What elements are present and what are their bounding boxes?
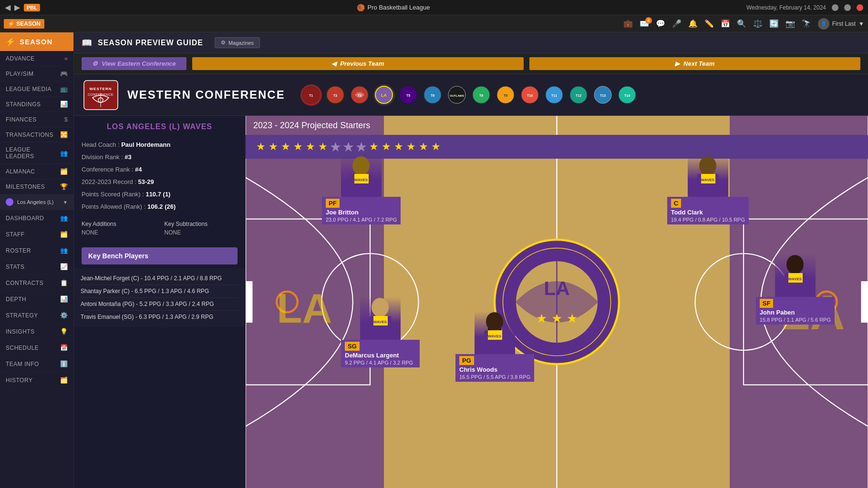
pg-position: PG [459,356,474,365]
refresh-icon[interactable]: 🔄 [769,19,779,28]
team-logo-1[interactable]: T1 [300,84,322,106]
team-logo-5[interactable]: T5 [398,84,419,106]
next-team-button[interactable]: ▶ Next Team [529,57,861,70]
sidebar-item-league-media[interactable]: LEAGUE MEDIA 📺 [0,81,73,97]
key-additions-label: Key Additions [82,221,155,227]
team-color-dot [6,198,13,206]
sidebar-item-history[interactable]: HISTORY 🗂️ [0,372,73,388]
sidebar-item-almanac[interactable]: ALMANAC 🗂️ [0,164,73,179]
playsim-label: PLAY/SIM [6,71,33,77]
team-logo-4[interactable]: LA [373,84,395,106]
guide-icon: 📖 [82,38,92,48]
search-icon[interactable]: 🔍 [737,19,746,28]
contracts-label: CONTRACTS [6,280,43,286]
player-card-pg[interactable]: WAVES PG Chris Woods 16.5 PPG / 5.5 APG … [455,311,534,382]
sidebar-item-stats[interactable]: STATS 📈 [0,259,73,275]
player-card-pf[interactable]: WAVES PF Joe Britton 23.0 PPG / 4.1 APG … [322,154,401,224]
team-logo-11[interactable]: T11 [544,84,565,106]
mail-icon[interactable]: ✉️ 8 [640,19,649,28]
edit-icon[interactable]: ✏️ [704,19,714,28]
star-9: ★ [394,141,403,153]
schedule-label: SCHEDULE [6,345,39,351]
sidebar-item-contracts[interactable]: CONTRACTS 📋 [0,275,73,291]
sidebar-item-standings[interactable]: STANDINGS 📊 [0,97,73,112]
sidebar-item-finances[interactable]: FINANCES $ [0,112,73,127]
team-dropdown-icon: ▼ [63,200,68,205]
player-card-sf[interactable]: WAVES SF John Paben 15.8 PPG / 1.1 APG /… [756,254,835,325]
additions-row: Key Additions NONE Key Subtractions NONE [74,217,245,244]
magazines-button[interactable]: ⚙ Magazines [215,37,260,48]
back-button[interactable]: ◀ [5,3,10,12]
sidebar-item-strategy[interactable]: STRATEGY ⚙️ [0,307,73,324]
pg-stats: 16.5 PPG / 5.5 APG / 3.8 RPG [459,374,530,380]
view-eastern-button[interactable]: ⚙ View Eastern Conference [82,57,186,70]
next-icon: ▶ [675,60,680,67]
close-button[interactable] [857,4,863,11]
left-panel: LA LOS ANGELES (L) WAVES Head Coach : Pa… [74,116,246,488]
record-row: 2022-2023 Record : 53-29 [82,176,238,188]
key-additions-col: Key Additions NONE [82,221,155,236]
team-logo-9[interactable]: T9 [495,84,517,106]
season-badge[interactable]: ⚡ SEASON [4,19,44,29]
sidebar-item-milestones[interactable]: MILESTONES 🏆 [0,179,73,194]
team-logo-12[interactable]: T12 [568,84,589,106]
user-area[interactable]: 👤 First Last ▼ [818,18,864,30]
head-coach-label: Head Coach : [82,141,120,148]
sidebar-item-depth[interactable]: DEPTH 📊 [0,291,73,307]
pg-name: Chris Woods [459,366,530,373]
title-bar: ◀ ▶ PBL 🏀 Pro Basketball League Wednesda… [0,0,868,15]
pg-avatar: WAVES [475,311,515,354]
team-selector[interactable]: Los Angeles (L) ▼ [0,194,73,210]
sidebar-item-league-leaders[interactable]: LEAGUE LEADERS 👥 [0,142,73,164]
sidebar-item-insights[interactable]: INSIGHTS 💡 [0,324,73,340]
team-logo-2[interactable]: T2 [325,84,346,106]
bell-icon[interactable]: 🔔 [688,19,698,28]
team-logo-6[interactable]: T6 [422,84,444,106]
team-logo-7[interactable]: OUTLAWS [446,84,468,106]
bench-section: Key Bench Players [82,247,238,264]
sidebar-item-playsim[interactable]: PLAY/SIM 🎮 [0,66,73,81]
conference-rank-value: #4 [135,166,142,173]
team-logo-3[interactable]: T3 [349,84,371,106]
minimize-button[interactable] [832,4,838,11]
sidebar-item-schedule[interactable]: SCHEDULE 📅 [0,340,73,356]
forward-button[interactable]: ▶ [14,3,20,12]
milestones-label: MILESTONES [6,183,45,190]
team-info-icon: ℹ️ [60,360,68,367]
app-logo: PBL [24,4,40,11]
sidebar-item-staff[interactable]: STAFF 🗂️ [0,226,73,243]
league-leaders-icon: 👥 [60,150,68,157]
player-card-sg[interactable]: WAVES SG DeMarcus Largent 9.2 PPG / 4.1 … [341,297,420,367]
chat-icon[interactable]: 💬 [656,19,665,28]
player-card-c[interactable]: WAVES C Todd Clark 19.4 PPG / 0.8 APG / … [667,154,749,224]
sg-info-box: SG DeMarcus Largent 9.2 PPG / 4.1 APG / … [341,340,420,367]
league-media-label: LEAGUE MEDIA [6,86,52,92]
stats-label: STATS [6,264,24,270]
sidebar-item-advance[interactable]: ADVANCE » [0,51,73,66]
camera-icon[interactable]: 📷 [785,19,795,28]
team-logo-10[interactable]: T10 [519,84,541,106]
sidebar-item-team-info[interactable]: TEAM INFO ℹ️ [0,356,73,372]
mic-icon[interactable]: 🎤 [672,19,682,28]
sidebar-item-roster[interactable]: ROSTER 👥 [0,243,73,259]
briefcase-icon[interactable]: 💼 [623,19,633,28]
c-position: C [671,199,681,208]
c-info-box: C Todd Clark 19.4 PPG / 0.8 APG / 10.5 R… [667,197,749,224]
sf-name: John Paben [760,309,831,316]
insights-label: INSIGHTS [6,328,35,335]
binoculars-icon[interactable]: 🔭 [802,19,811,28]
team-logo-13[interactable]: T13 [592,84,614,106]
calendar-icon[interactable]: 📅 [721,19,730,28]
previous-team-button[interactable]: ◀ Previous Team [192,57,524,70]
almanac-label: ALMANAC [6,168,35,175]
team-logo-8[interactable]: T8 [471,84,492,106]
key-subtractions-label: Key Subtractions [165,221,238,227]
maximize-button[interactable] [844,4,851,11]
points-scored-row: Points Scored (Rank) : 110.7 (1) [82,188,238,201]
sidebar-item-transactions[interactable]: TRANSACTIONS 🔀 [0,127,73,142]
season-header[interactable]: ⚡ SEASON [0,32,73,51]
conference-header: WESTERN CONFERENCE WESTERN CONFERENCE T1… [74,74,868,116]
sidebar-item-dashboard[interactable]: DASHBOARD 👥 [0,210,73,226]
team-logo-14[interactable]: T14 [617,84,638,106]
scale-icon[interactable]: ⚖️ [753,19,763,28]
